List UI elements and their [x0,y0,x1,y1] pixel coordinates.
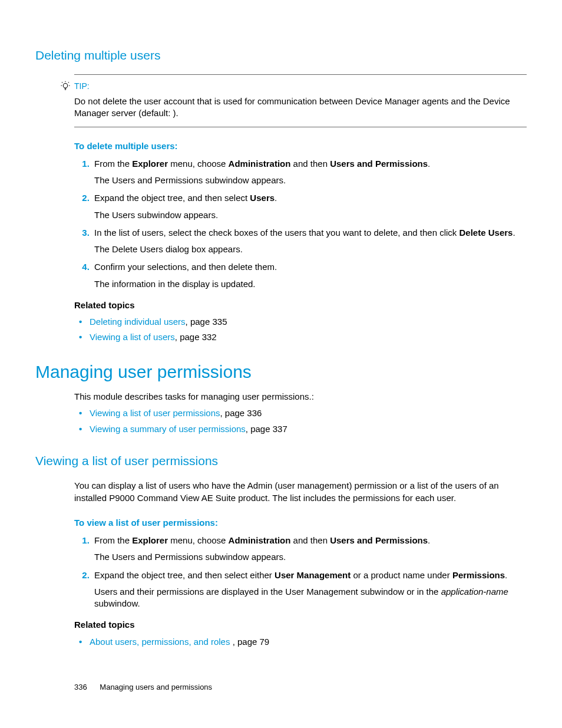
view-permissions-steps: From the Explorer menu, choose Administr… [74,535,527,610]
page-body: Deleting multiple users TIP: Do not dele… [0,0,562,728]
tip-callout: TIP: Do not delete the user account that… [74,74,527,127]
delete-step-1: From the Explorer menu, choose Administr… [92,158,527,187]
link-viewing-list-user-permissions[interactable]: Viewing a list of user permissions [90,408,220,418]
heading-managing-user-permissions: Managing user permissions [35,360,527,384]
heading-deleting-multiple-users: Deleting multiple users [35,47,527,64]
related-item: Viewing a list of users, page 332 [90,331,527,343]
delete-step-2: Expand the object tree, and then select … [92,192,527,221]
section2-links: Viewing a list of user permissions, page… [74,407,527,435]
delete-step-3: In the list of users, select the check b… [92,227,527,256]
section2-link-item: Viewing a list of user permissions, page… [90,407,527,419]
related-list-2: About users, permissions, and roles , pa… [74,636,527,648]
link-viewing-summary-user-permissions[interactable]: Viewing a summary of user permissions [90,424,246,434]
chapter-title: Managing users and permissions [100,683,212,691]
link-deleting-individual-users[interactable]: Deleting individual users [90,317,186,327]
tip-text: Do not delete the user account that is u… [74,95,527,120]
related-topics-heading-1: Related topics [74,299,527,311]
tip-label: TIP: [74,81,527,92]
svg-point-0 [63,84,68,88]
related-item: Deleting individual users, page 335 [90,316,527,328]
lightbulb-icon [60,81,71,91]
section2-link-item: Viewing a summary of user permissions, p… [90,423,527,435]
tip-text-b: ). [173,108,178,118]
delete-steps-list: From the Explorer menu, choose Administr… [74,158,527,290]
page-footer: 336 Managing users and permissions [74,682,212,693]
svg-line-5 [68,83,69,83]
section3-intro: You can display a list of users who have… [74,480,527,504]
section2-intro: This module describes tasks for managing… [74,391,527,403]
svg-line-4 [62,83,62,83]
related-item: About users, permissions, and roles , pa… [90,636,527,648]
link-viewing-list-of-users[interactable]: Viewing a list of users [90,332,175,342]
related-topics-heading-2: Related topics [74,619,527,631]
view-step-1: From the Explorer menu, choose Administr… [92,535,527,564]
view-step-2: Expand the object tree, and then select … [92,569,527,610]
related-list-1: Deleting individual users, page 335 View… [74,316,527,344]
tip-text-a: Do not delete the user account that is u… [74,96,510,118]
heading-viewing-list-user-permissions: Viewing a list of user permissions [35,453,527,469]
page-number: 336 [74,683,87,691]
link-about-users-permissions-roles[interactable]: About users, permissions, and roles [90,637,233,647]
procedure-title-view-permissions: To view a list of user permissions: [74,517,527,529]
procedure-title-delete: To delete multiple users: [74,140,527,152]
delete-step-4: Confirm your selections, and then delete… [92,261,527,290]
